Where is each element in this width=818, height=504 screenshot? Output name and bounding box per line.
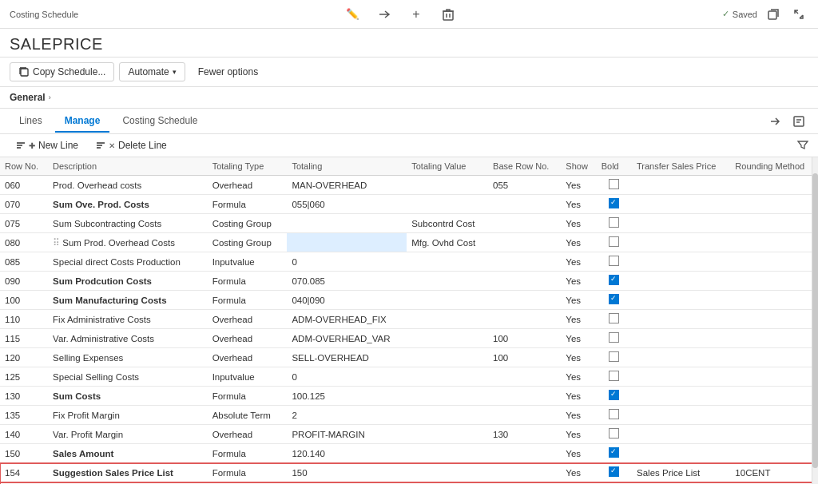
bold-checkbox[interactable]	[609, 466, 619, 477]
bold-checkbox[interactable]	[609, 198, 619, 208]
cell-bold[interactable]	[597, 176, 632, 195]
cell-totaling-type: Formula	[208, 291, 288, 310]
cell-base-row-no	[488, 463, 561, 482]
table-row[interactable]: 130Sum CostsFormula100.125Yes	[0, 387, 818, 406]
table-row[interactable]: 100Sum Manufacturing CostsFormula040|090…	[0, 291, 818, 310]
table-row[interactable]: 080⠿ Sum Prod. Overhead CostsCosting Gro…	[0, 233, 818, 252]
automate-label: Automate	[128, 66, 169, 77]
scrollbar-thumb[interactable]	[812, 173, 818, 467]
cell-bold[interactable]	[597, 195, 632, 214]
cell-totaling: 150	[287, 463, 407, 482]
open-new-icon-btn[interactable]	[764, 5, 783, 24]
cell-bold[interactable]	[597, 463, 632, 482]
cell-bold[interactable]	[597, 387, 632, 406]
download-tab-icon-btn[interactable]	[789, 112, 808, 131]
bold-checkbox[interactable]	[609, 179, 619, 189]
cell-bold[interactable]	[597, 482, 632, 485]
add-icon-btn[interactable]: +	[407, 5, 426, 24]
share-tab-icon-btn[interactable]	[765, 112, 784, 131]
table-row[interactable]: 110Fix Administrative CostsOverheadADM-O…	[0, 310, 818, 329]
tab-costing-schedule[interactable]: Costing Schedule	[113, 110, 207, 133]
cell-transfer-sales-price	[632, 444, 730, 463]
bold-checkbox[interactable]	[609, 313, 619, 323]
table-header-row: Row No. Description Totaling Type Totali…	[0, 157, 818, 176]
cell-transfer-sales-price	[632, 214, 730, 233]
delete-line-button[interactable]: ✕ Delete Line	[89, 137, 173, 153]
bold-checkbox[interactable]	[609, 256, 619, 266]
cell-description: Sum Manufacturing Costs	[48, 291, 208, 310]
cell-bold[interactable]	[597, 214, 632, 233]
table-row[interactable]: 150Sales AmountFormula120.140Yes	[0, 444, 818, 463]
cell-totaling-value	[407, 291, 488, 310]
table-row[interactable]: 085Special direct Costs ProductionInputv…	[0, 252, 818, 272]
cell-show: Yes	[561, 310, 596, 329]
cell-bold[interactable]	[597, 329, 632, 348]
bold-checkbox[interactable]	[609, 390, 619, 400]
bold-checkbox[interactable]	[609, 294, 619, 304]
copy-schedule-button[interactable]: Copy Schedule...	[10, 62, 114, 81]
table-row[interactable]: 125Special Selling CostsInputvalue0Yes	[0, 367, 818, 387]
bold-checkbox[interactable]	[609, 275, 619, 285]
table-row[interactable]: 070Sum Ove. Prod. CostsFormula055|060Yes	[0, 195, 818, 214]
cell-transfer-sales-price	[632, 387, 730, 406]
table-row[interactable]: 120Selling ExpensesOverheadSELL-OVERHEAD…	[0, 348, 818, 367]
cell-base-row-no	[488, 406, 561, 425]
bold-checkbox[interactable]	[609, 217, 619, 228]
bold-checkbox[interactable]	[609, 447, 619, 458]
cell-description: Sum Ove. Prod. Costs	[48, 195, 208, 214]
col-header-bold: Bold	[597, 157, 632, 176]
cell-bold[interactable]	[597, 425, 632, 444]
tab-lines[interactable]: Lines	[10, 110, 52, 133]
share-icon-btn[interactable]	[375, 5, 394, 24]
bold-checkbox[interactable]	[609, 371, 619, 381]
table-row[interactable]: 115Var. Administrative CostsOverheadADM-…	[0, 329, 818, 348]
cell-description: Sum Prodcution Costs	[48, 272, 208, 291]
cell-totaling: 2	[287, 406, 407, 425]
cell-row-no: 140	[0, 425, 48, 444]
edit-icon-btn[interactable]: ✏️	[343, 5, 362, 24]
drag-handle-icon[interactable]: ⠿	[53, 238, 62, 248]
table-row[interactable]: 135Fix Profit MarginAbsolute Term2Yes	[0, 406, 818, 425]
cell-description: Fix Administrative Costs	[48, 310, 208, 329]
cell-bold[interactable]	[597, 252, 632, 272]
cell-description: Prod. Overhead costs	[48, 176, 208, 195]
cell-transfer-sales-price: Item Unit Price	[632, 482, 730, 485]
fewer-options-button[interactable]: Fewer options	[190, 63, 266, 81]
table-row[interactable]: 155Suggested Item Sales PriceFormula150Y…	[0, 482, 818, 485]
bold-checkbox[interactable]	[609, 409, 619, 419]
table-row[interactable]: 075Sum Subcontracting CostsCosting Group…	[0, 214, 818, 233]
cell-row-no: 060	[0, 176, 48, 195]
table-row[interactable]: 154Suggestion Sales Price ListFormula150…	[0, 463, 818, 482]
cell-bold[interactable]	[597, 444, 632, 463]
cell-description: Sum Costs	[48, 387, 208, 406]
table-row[interactable]: 140Var. Profit MarginOverheadPROFIT-MARG…	[0, 425, 818, 444]
automate-button[interactable]: Automate ▾	[119, 62, 185, 81]
cell-totaling-type: Formula	[208, 272, 288, 291]
cell-base-row-no	[488, 444, 561, 463]
lines-table: Row No. Description Totaling Type Totali…	[0, 157, 818, 484]
table-container[interactable]: Row No. Description Totaling Type Totali…	[0, 157, 818, 484]
scrollbar-track[interactable]	[812, 157, 818, 484]
cell-bold[interactable]	[597, 310, 632, 329]
cell-bold[interactable]	[597, 233, 632, 252]
bold-checkbox[interactable]	[609, 332, 619, 343]
bold-checkbox[interactable]	[609, 428, 619, 439]
cell-rounding-method	[730, 444, 818, 463]
bold-checkbox[interactable]	[609, 236, 619, 247]
svg-rect-0	[443, 11, 453, 20]
bold-checkbox[interactable]	[609, 351, 619, 362]
cell-bold[interactable]	[597, 291, 632, 310]
cell-bold[interactable]	[597, 406, 632, 425]
cell-bold[interactable]	[597, 367, 632, 387]
cell-show: Yes	[561, 387, 596, 406]
table-row[interactable]: 060Prod. Overhead costsOverheadMAN-OVERH…	[0, 176, 818, 195]
table-row[interactable]: 090Sum Prodcution CostsFormula070.085Yes	[0, 272, 818, 291]
new-line-button[interactable]: ✚ New Line	[10, 137, 85, 153]
general-section-header[interactable]: General ›	[0, 87, 818, 109]
cell-bold[interactable]	[597, 272, 632, 291]
delete-icon-btn[interactable]	[439, 5, 458, 24]
collapse-icon-btn[interactable]	[789, 5, 808, 24]
tab-manage[interactable]: Manage	[55, 110, 110, 133]
filter-icon-btn[interactable]	[797, 139, 808, 153]
cell-bold[interactable]	[597, 348, 632, 367]
